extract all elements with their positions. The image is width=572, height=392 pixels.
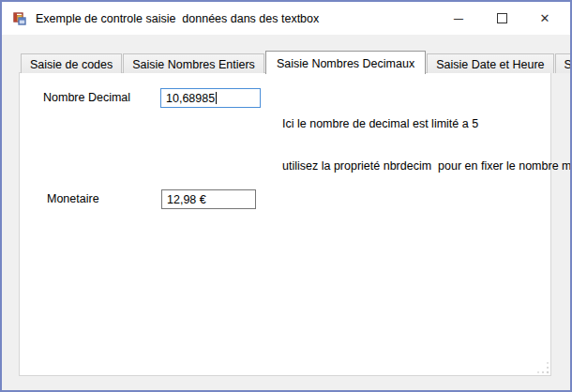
decimal-info-line1: Ici le nombre de decimal est limité a 5 [282,117,572,131]
decimal-info-line2: utilisez la proprieté nbrdecim pour en f… [282,159,572,173]
monetaire-input[interactable]: 12,98 € [161,189,256,209]
minimize-icon: ─ [454,11,463,26]
monetaire-value: 12,98 € [167,193,206,206]
tab-saisie-date-et-heure[interactable]: Saisie Date et Heure [427,53,553,73]
window-title: Exemple de controle saisie données dans … [36,12,437,25]
winforms-app-icon [12,11,27,26]
tabpage-saisie-nombres-decimaux: Nombre Decimal 10,68985 Ici le nombre de… [19,72,551,376]
decimal-info-text: Ici le nombre de decimal est limité a 5 … [282,89,572,202]
text-caret [216,92,217,104]
maximize-button[interactable] [480,2,523,35]
tab-saisie-email[interactable]: Saisie Email [555,53,572,73]
nombre-decimal-input[interactable]: 10,68985 [160,88,261,108]
minimize-button[interactable]: ─ [437,2,480,35]
nombre-decimal-label: Nombre Decimal [43,91,130,104]
tab-saisie-de-codes[interactable]: Saisie de codes [21,53,122,73]
close-button[interactable]: ✕ [523,2,566,35]
titlebar[interactable]: Exemple de controle saisie données dans … [2,2,570,35]
maximize-icon [497,13,507,23]
close-icon: ✕ [540,11,550,25]
resize-grip[interactable] [536,361,549,374]
app-window: Exemple de controle saisie données dans … [0,0,572,392]
tab-saisie-nombres-entiers[interactable]: Saisie Nombres Entiers [123,53,264,73]
monetaire-label: Monetaire [47,192,99,205]
nombre-decimal-value: 10,68985 [166,92,215,105]
window-controls: ─ ✕ [437,2,566,35]
tab-saisie-nombres-decimaux[interactable]: Saisie Nombres Decimaux [265,51,426,74]
tab-strip: Saisie de codes Saisie Nombres Entiers S… [21,51,572,73]
